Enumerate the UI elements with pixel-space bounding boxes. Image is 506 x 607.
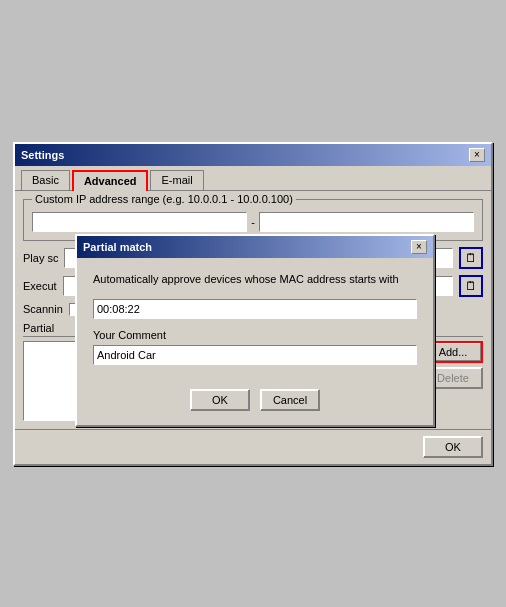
ok-button[interactable]: OK [423,436,483,458]
modal-cancel-button[interactable]: Cancel [260,389,320,411]
modal-close-button[interactable]: × [411,240,427,254]
modal-ok-button[interactable]: OK [190,389,250,411]
play-sc-icon: 🗒 [465,251,477,265]
window-title: Settings [21,149,64,161]
comment-label: Your Comment [93,329,417,341]
custom-ip-row: - [32,212,474,232]
tab-bar: Basic Advanced E-mail [15,166,491,191]
modal-description: Automatically approve devices whose MAC … [93,272,417,287]
modal-buttons: OK Cancel [93,389,417,411]
modal-title: Partial match [83,241,152,253]
scannin-label: Scannin [23,303,63,315]
play-sc-label: Play sc [23,252,58,264]
partial-match-dialog: Partial match × Automatically approve de… [75,234,435,427]
comment-input[interactable] [93,345,417,365]
tab-advanced[interactable]: Advanced [72,170,149,191]
settings-window: Settings × Basic Advanced E-mail Custom … [13,142,493,466]
mac-address-input[interactable] [93,299,417,319]
execut-label: Execut [23,280,57,292]
execut-icon-button[interactable]: 🗒 [459,275,483,297]
ip-start-input[interactable] [32,212,247,232]
ip-end-input[interactable] [259,212,474,232]
modal-body: Automatically approve devices whose MAC … [77,258,433,425]
title-bar: Settings × [15,144,491,166]
modal-title-bar: Partial match × [77,236,433,258]
execut-icon: 🗒 [465,279,477,293]
partial-label: Partial [23,322,54,334]
play-sc-icon-button[interactable]: 🗒 [459,247,483,269]
close-button[interactable]: × [469,148,485,162]
bottom-bar: OK [15,429,491,464]
custom-ip-label: Custom IP address range (e.g. 10.0.0.1 -… [32,193,296,205]
ip-dash: - [251,216,255,228]
tab-email[interactable]: E-mail [150,170,203,190]
tab-basic[interactable]: Basic [21,170,70,190]
